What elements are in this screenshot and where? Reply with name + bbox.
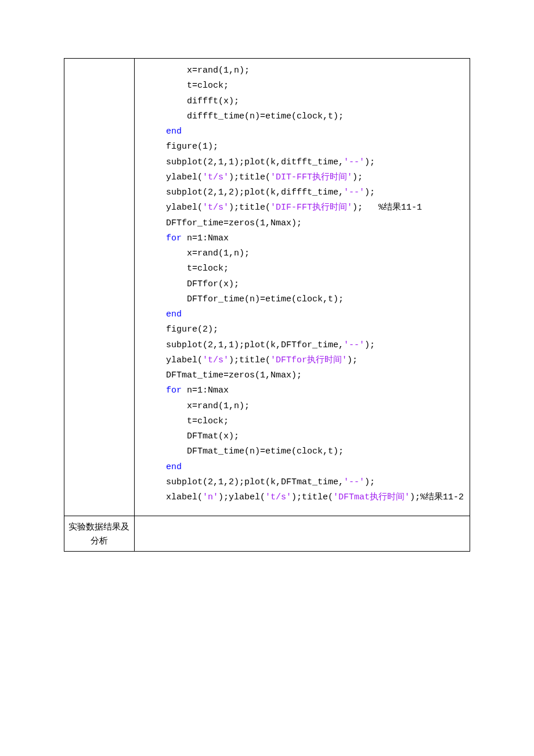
row2-label-cell: 实验数据结果及分析 — [64, 516, 135, 552]
table-row: x=rand(1,n); t=clock; diffft(x); diffft_… — [64, 59, 470, 516]
row2-content-cell — [134, 516, 470, 552]
row2-label: 实验数据结果及分析 — [68, 522, 129, 545]
code-block: x=rand(1,n); t=clock; diffft(x); diffft_… — [145, 63, 464, 505]
layout-table: x=rand(1,n); t=clock; diffft(x); diffft_… — [64, 58, 470, 552]
table-row: 实验数据结果及分析 — [64, 516, 470, 552]
document-page: x=rand(1,n); t=clock; diffft(x); diffft_… — [0, 0, 534, 552]
row1-label-cell — [64, 59, 135, 516]
code-cell: x=rand(1,n); t=clock; diffft(x); diffft_… — [134, 59, 470, 516]
